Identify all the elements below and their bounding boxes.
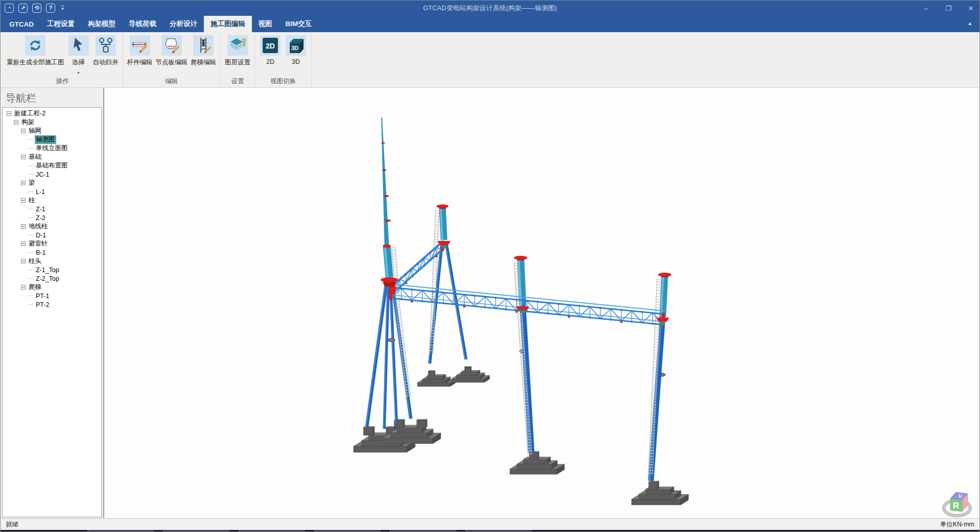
rotate-icon[interactable]: ⟲ <box>32 4 41 13</box>
tree-item-Z-1_Top[interactable]: Z-1_Top <box>4 265 101 274</box>
tree-collapse-icon[interactable] <box>21 198 26 203</box>
tree-item-label: 柱 <box>28 196 36 205</box>
qat-customize-icon[interactable]: ▾ <box>61 6 64 11</box>
tree-item-PT-1[interactable]: PT-1 <box>4 292 101 300</box>
tree-item-柱[interactable]: 柱 <box>4 196 101 205</box>
auto-merge-button[interactable]: 自动归并 <box>93 35 119 67</box>
cursor-button[interactable]: 选择▾ <box>67 35 90 67</box>
close-button[interactable]: ✕ <box>966 5 975 12</box>
member-edit-button[interactable]: 杆件编辑 <box>127 35 153 67</box>
tree-item-地线柱[interactable]: 地线柱 <box>4 222 101 231</box>
dropdown-caret-icon[interactable]: ▾ <box>77 70 79 75</box>
tree-item-L-1[interactable]: L-1 <box>4 187 101 196</box>
svg-text:U: U <box>958 493 962 499</box>
member-edit-icon <box>130 35 150 56</box>
refresh-button[interactable]: 重新生成全部施工图 <box>7 35 64 67</box>
collapse-ribbon-button[interactable]: ▴ <box>968 20 971 27</box>
tree-item-构架[interactable]: 构架 <box>4 118 101 127</box>
3d-viewport[interactable]: R U <box>104 88 979 518</box>
tree-item-PT-2[interactable]: PT-2 <box>4 300 101 309</box>
ribbon-group-编辑: 杆件编辑节点板编辑爬梯编辑编辑 <box>123 32 221 87</box>
3d-view-button[interactable]: 3D3D <box>285 35 307 65</box>
tree-item-label: PT-2 <box>35 301 50 308</box>
refresh-icon <box>25 35 45 56</box>
tree-item-label: 轴网 <box>28 127 42 135</box>
tree-collapse-icon[interactable] <box>21 155 26 159</box>
tree-item-Z-2_Top[interactable]: Z-2_Top <box>4 274 101 283</box>
tree-item-Z-1[interactable]: Z-1 <box>4 205 101 213</box>
ribbon-group-label: 设置 <box>225 76 250 86</box>
tree-item-柱头[interactable]: 柱头 <box>4 257 101 265</box>
ribbon-button-label: 节点板编辑 <box>156 58 188 67</box>
restore-button[interactable]: ❐ <box>944 5 953 12</box>
tree-item-label: Z-1_Top <box>35 267 60 274</box>
ribbon-button-label: 图层设置 <box>225 58 250 67</box>
tree-collapse-icon[interactable] <box>21 285 26 289</box>
tree-item-避雷针[interactable]: 避雷针 <box>4 239 101 248</box>
tab-施工图编辑[interactable]: 施工图编辑 <box>204 16 252 32</box>
tab-BIM交互[interactable]: BIM交互 <box>279 16 319 32</box>
project-tree: 新建工程-2构架轴网轴测图单线立面图基础基础布置图JC-1梁L-1柱Z-1Z-2… <box>2 107 102 517</box>
ribbon-button-label: 自动归并 <box>93 58 119 67</box>
tab-分析设计[interactable]: 分析设计 <box>163 16 204 32</box>
tab-导线荷载[interactable]: 导线荷载 <box>122 16 163 32</box>
window-title: GTCAD变电站构架设计系统(构架——轴测图) <box>1 4 979 13</box>
window-controls: – ❐ ✕ <box>921 1 975 16</box>
tree-item-基础布置图[interactable]: 基础布置图 <box>4 161 101 170</box>
ribbon-group-label: 操作 <box>7 76 119 86</box>
tree-item-label: Z-1 <box>35 206 46 213</box>
tree-connector <box>28 139 33 140</box>
svg-text:2D: 2D <box>266 42 275 50</box>
tab-视图[interactable]: 视图 <box>252 16 279 32</box>
tree-connector <box>28 296 33 296</box>
minimize-button[interactable]: – <box>921 5 930 12</box>
tree-item-label: 避雷针 <box>28 239 49 248</box>
tree-collapse-icon[interactable] <box>21 241 26 246</box>
ribbon-button-label: 杆件编辑 <box>127 58 153 67</box>
export-icon[interactable]: ⇗ <box>18 4 28 13</box>
tree-item-轴网[interactable]: 轴网 <box>4 127 101 135</box>
tree-collapse-icon[interactable] <box>21 129 26 133</box>
tab-工程设置[interactable]: 工程设置 <box>40 16 81 32</box>
tree-item-label: 梁 <box>28 179 36 187</box>
tree-item-D-1[interactable]: D-1 <box>4 231 101 239</box>
tree-item-单线立面图[interactable]: 单线立面图 <box>4 144 101 153</box>
taskbar-edge <box>1 530 979 532</box>
2d-view-button[interactable]: 2D2D <box>259 35 282 65</box>
tab-GTCAD[interactable]: GTCAD <box>3 16 40 32</box>
help-icon[interactable]: ? <box>46 4 55 13</box>
tree-item-Z-2[interactable]: Z-2 <box>4 213 101 222</box>
gusset-edit-icon <box>161 35 182 56</box>
tree-item-label: B-1 <box>35 249 46 256</box>
svg-text:R: R <box>953 501 959 511</box>
tree-item-轴测图[interactable]: 轴测图 <box>4 135 101 144</box>
tree-item-B-1[interactable]: B-1 <box>4 248 101 257</box>
tree-item-JC-1[interactable]: JC-1 <box>4 170 101 179</box>
tree-item-label: 地线柱 <box>28 222 49 231</box>
tree-item-label: Z-2 <box>35 214 46 222</box>
tree-item-新建工程-2[interactable]: 新建工程-2 <box>4 109 101 118</box>
tree-connector <box>28 270 33 270</box>
auto-merge-icon <box>96 35 116 56</box>
tree-collapse-icon[interactable] <box>21 181 26 185</box>
tree-collapse-icon[interactable] <box>21 259 26 263</box>
gauge-icon[interactable]: ◔ <box>5 4 14 13</box>
tree-item-爬梯[interactable]: 爬梯 <box>4 283 101 292</box>
tree-collapse-icon[interactable] <box>14 120 18 125</box>
2d-view-icon: 2D <box>260 35 281 56</box>
app-logo-icon: R U <box>942 485 973 518</box>
tree-item-label: 构架 <box>20 118 35 127</box>
gusset-edit-button[interactable]: 节点板编辑 <box>156 35 188 67</box>
layer-settings-button[interactable]: 图层设置 <box>225 35 250 67</box>
tab-构架模型[interactable]: 构架模型 <box>81 16 122 32</box>
ribbon-button-label: 重新生成全部施工图 <box>7 58 64 67</box>
ladder-edit-button[interactable]: 爬梯编辑 <box>191 35 216 67</box>
tree-item-基础[interactable]: 基础 <box>4 153 101 161</box>
tree-connector <box>28 278 33 279</box>
tree-item-梁[interactable]: 梁 <box>4 179 101 187</box>
tree-connector <box>28 235 33 235</box>
tree-connector <box>28 304 33 305</box>
tree-collapse-icon[interactable] <box>7 111 11 116</box>
tree-collapse-icon[interactable] <box>21 224 26 229</box>
cursor-icon <box>68 35 89 56</box>
